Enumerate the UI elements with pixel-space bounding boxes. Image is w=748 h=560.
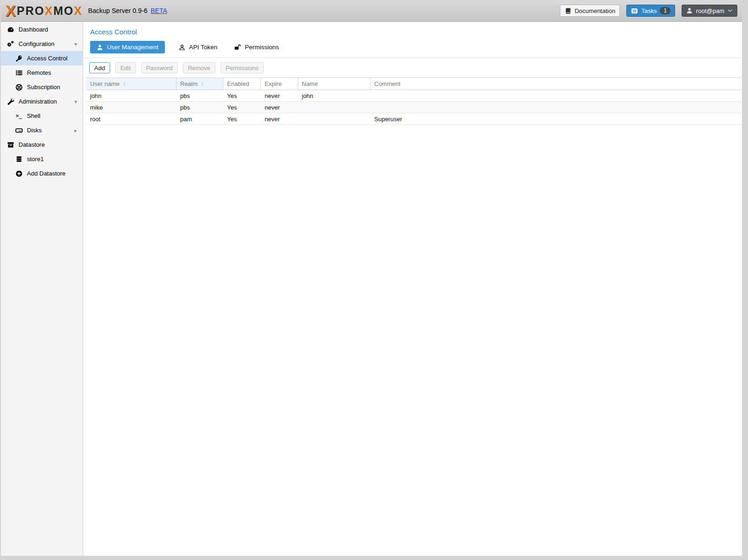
column-header-realm[interactable]: Realm ↑ (176, 78, 223, 90)
sidebar-item-label: Subscription (27, 84, 60, 91)
list-icon (15, 69, 23, 77)
password-button[interactable]: Password (141, 62, 178, 73)
hdd-icon (15, 127, 23, 134)
cell-enabled: Yes (223, 90, 261, 101)
add-button[interactable]: Add (89, 62, 110, 73)
cell-realm: pbs (176, 90, 223, 101)
beta-link[interactable]: BETA (150, 7, 167, 14)
collapse-arrow-icon[interactable]: ▾ (74, 41, 77, 47)
sidebar-item-label: store1 (27, 156, 44, 163)
proxmox-logo: X PROXMOX (6, 3, 83, 19)
sidebar-item-dashboard[interactable]: Dashboard (1, 22, 83, 37)
table-body: johnpbsYesneverjohnmikepbsYesneverrootpa… (86, 90, 742, 125)
dashboard-icon (7, 26, 14, 33)
plus-circle-icon (15, 170, 23, 177)
sidebar-item-label: Datastore (19, 141, 45, 148)
key-icon (15, 55, 23, 62)
table-row[interactable]: johnpbsYesneverjohn (86, 90, 742, 102)
column-header-comment[interactable]: Comment (371, 78, 742, 90)
sidebar-item-label: Shell (27, 112, 40, 119)
cell-user: root (86, 113, 176, 124)
tasks-count-badge: 1 (660, 7, 670, 14)
sidebar-item-label: Administration (19, 98, 57, 105)
gears-icon (7, 40, 14, 48)
table-row[interactable]: rootpamYesneverSuperuser (86, 113, 742, 125)
remove-button[interactable]: Remove (183, 62, 215, 73)
book-icon (565, 7, 572, 14)
cell-comment (371, 102, 742, 113)
cell-name (298, 113, 371, 124)
database-icon (15, 156, 23, 163)
sort-asc-icon: ↑ (201, 80, 204, 87)
sidebar-item-label: Add Datastore (27, 170, 65, 177)
collapse-arrow-icon[interactable]: ▾ (74, 98, 77, 105)
page-title: Access Control (83, 22, 742, 36)
tab-api-token[interactable]: API Token (176, 41, 220, 53)
column-label: User name (90, 80, 120, 87)
top-header-bar: X PROXMOX Backup Server 0.9-6 BETA Docum… (1, 0, 742, 22)
cell-comment: Superuser (371, 113, 742, 124)
cell-expire: never (261, 102, 298, 113)
cell-user: john (86, 90, 176, 101)
cell-realm: pbs (176, 102, 223, 113)
sidebar-nav: Dashboard Configuration ▾ Access Control (1, 22, 83, 556)
tasks-button[interactable]: Tasks 1 (626, 5, 675, 17)
edit-button[interactable]: Edit (115, 62, 136, 73)
tab-user-management[interactable]: User Management (90, 41, 165, 53)
user-icon (686, 7, 693, 14)
wrench-icon (7, 98, 14, 105)
sidebar-item-add-datastore[interactable]: Add Datastore (1, 166, 83, 181)
documentation-label: Documentation (575, 7, 615, 14)
support-icon (15, 84, 23, 91)
archive-icon (7, 141, 14, 149)
sidebar-item-store1[interactable]: store1 (1, 152, 83, 166)
column-label: Realm (180, 80, 198, 87)
sidebar-item-label: Disks (27, 127, 42, 134)
cell-expire: never (261, 90, 298, 101)
cell-name (298, 102, 371, 113)
column-header-user-name[interactable]: User name ↑ (86, 78, 176, 90)
chevron-down-icon (728, 9, 733, 13)
cell-name: john (298, 90, 371, 101)
proxmox-x-logo-icon: X (6, 3, 15, 19)
tab-label: API Token (189, 44, 217, 51)
cell-realm: pam (176, 113, 223, 124)
sidebar-item-access-control[interactable]: Access Control (1, 51, 83, 65)
app-window: X PROXMOX Backup Server 0.9-6 BETA Docum… (1, 0, 742, 556)
user-menu-label: root@pam (696, 7, 724, 14)
permissions-button[interactable]: Permissions (221, 62, 264, 73)
sidebar-item-label: Access Control (27, 55, 67, 62)
users-table: User name ↑ Realm ↑ Enabled Expire Name … (86, 78, 742, 125)
sidebar-item-configuration[interactable]: Configuration ▾ (1, 37, 83, 51)
documentation-button[interactable]: Documentation (560, 5, 620, 17)
cell-enabled: Yes (223, 113, 261, 124)
sidebar-item-remotes[interactable]: Remotes (1, 65, 83, 80)
table-header-row: User name ↑ Realm ↑ Enabled Expire Name … (86, 78, 742, 90)
tab-label: User Management (107, 44, 158, 51)
main-content: Access Control User Management API Token (83, 22, 742, 556)
column-header-name[interactable]: Name (298, 78, 371, 90)
column-header-expire[interactable]: Expire (261, 78, 298, 90)
expand-arrow-icon[interactable]: ▸ (74, 127, 77, 134)
tab-label: Permissions (245, 44, 279, 51)
topbar-actions: Documentation Tasks 1 root@pam (560, 5, 737, 17)
user-menu-button[interactable]: root@pam (682, 5, 737, 17)
toolbar: Add Edit Password Remove Permissions (83, 58, 742, 77)
sidebar-item-administration[interactable]: Administration ▾ (1, 94, 83, 109)
table-row[interactable]: mikepbsYesnever (86, 102, 742, 113)
sidebar-item-shell[interactable]: >_ Shell (1, 109, 83, 123)
cell-comment (371, 90, 742, 101)
cell-expire: never (261, 113, 298, 124)
sidebar-item-subscription[interactable]: Subscription (1, 80, 83, 94)
tab-permissions[interactable]: Permissions (231, 41, 282, 53)
task-list-icon (631, 7, 638, 14)
sidebar-item-datastore[interactable]: Datastore (1, 137, 83, 152)
cell-user: mike (86, 102, 176, 113)
column-header-enabled[interactable]: Enabled (223, 78, 261, 90)
sort-asc-icon: ↑ (123, 80, 126, 87)
product-version-label: Backup Server 0.9-6 (88, 7, 148, 14)
sidebar-item-disks[interactable]: Disks ▸ (1, 123, 83, 137)
user-icon (97, 44, 103, 51)
tasks-label: Tasks (641, 7, 657, 14)
user-outline-icon (179, 44, 185, 51)
